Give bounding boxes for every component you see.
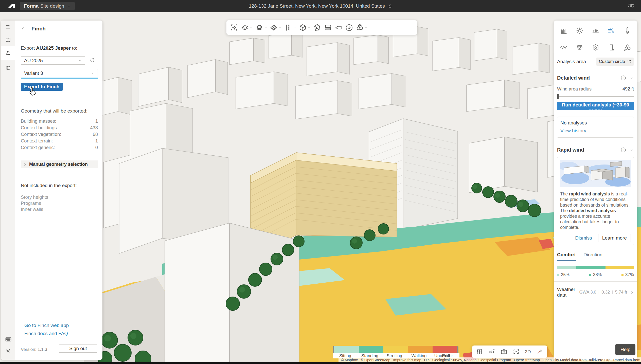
layout-grid-button[interactable] <box>476 348 483 355</box>
zone-tool-button[interactable] <box>269 23 283 33</box>
finch-docs-link[interactable]: Finch docs and FAQ <box>24 331 68 336</box>
attribution-osm[interactable]: © OpenStreetMap <box>361 358 390 362</box>
divider <box>554 281 637 282</box>
statistics-analysis-button[interactable] <box>557 24 570 37</box>
wind-analysis-button[interactable] <box>605 24 618 37</box>
back-button[interactable] <box>21 27 25 31</box>
daylight-icon <box>592 27 599 34</box>
weather-data-row[interactable]: Weather data GWA 3.0|0.32|5.74 ft <box>557 287 634 298</box>
unlock-icon <box>388 4 392 8</box>
geometry-heading: Geometry that will be exported: <box>21 108 87 114</box>
road-tool-button[interactable] <box>283 23 297 33</box>
slider-handle[interactable] <box>557 94 559 99</box>
magic-select-icon <box>230 24 238 32</box>
annotation-tool-icon <box>334 24 343 32</box>
water-icon <box>592 44 599 51</box>
solar-pv-analysis-button[interactable] <box>573 41 586 54</box>
statistics-icon <box>560 27 567 34</box>
noise-analysis-button[interactable] <box>557 41 570 54</box>
vegetation-tool-button[interactable] <box>254 23 269 33</box>
geometry-list: Building masses:1 Context buildings:438 … <box>21 118 98 151</box>
analysis-panel: Analysis area Custom circle Detailed win… <box>554 21 637 360</box>
sun-icon <box>576 27 583 34</box>
measure-tool-button[interactable] <box>323 23 333 33</box>
chevron-right-icon <box>630 290 634 294</box>
finch-panel: Finch Export AU2025 Jesper to: AU 2025 V… <box>1 21 102 360</box>
sun-analysis-button[interactable] <box>573 24 586 37</box>
finch-web-app-link[interactable]: Go to Finch web app <box>24 323 69 328</box>
library-icon[interactable] <box>5 37 11 43</box>
magic-select-tool-button[interactable] <box>229 23 240 33</box>
extensions-icon[interactable] <box>5 50 11 56</box>
focus-button[interactable] <box>513 348 520 355</box>
terrain-tool-button[interactable] <box>312 23 323 33</box>
comfort-segment <box>557 266 576 269</box>
run-detailed-analysis-button[interactable]: Run detailed analysis (~30-90 mins) <box>557 102 634 110</box>
variant-select[interactable]: Variant 3 <box>21 69 98 77</box>
custom-area-icon <box>627 60 631 64</box>
modeling-toolbar <box>226 20 417 35</box>
attribution-mapbox[interactable]: © Mapbox <box>341 358 358 362</box>
geometry-row: Context vegetation:68 <box>21 132 98 138</box>
refresh-icon[interactable] <box>90 58 95 63</box>
integrations-icon[interactable] <box>5 65 11 71</box>
left-icon-rail <box>1 21 15 360</box>
mode-2d-button[interactable]: 2D <box>525 349 531 355</box>
camera-icon <box>501 348 507 355</box>
thermal-comfort-analysis-button[interactable] <box>621 24 634 37</box>
building-tool-icon <box>241 24 249 32</box>
svg-text:?: ? <box>622 148 624 151</box>
view-history-link[interactable]: View history <box>560 128 631 134</box>
embodied-carbon-analysis-button[interactable] <box>605 41 618 54</box>
terrain-tool-icon <box>313 24 321 32</box>
chevron-down-icon <box>67 4 71 8</box>
manual-geometry-selection-expander[interactable]: Manual geometry selection <box>21 160 98 168</box>
annotation-tool-button[interactable] <box>333 23 344 33</box>
dismiss-button[interactable]: Dismiss <box>575 235 592 241</box>
tab-comfort[interactable]: Comfort <box>557 252 576 261</box>
daylight-analysis-button[interactable] <box>589 24 602 37</box>
menu-icon[interactable] <box>5 24 11 30</box>
attribution-usgs: U.S. Geological Survey, National Geospat… <box>424 358 511 362</box>
massing-analysis-button[interactable] <box>621 41 634 54</box>
legend-right-handle[interactable] <box>457 346 458 353</box>
hub-select[interactable]: AU 2025 <box>21 56 85 65</box>
help-button[interactable]: Help <box>615 344 635 355</box>
camera-button[interactable] <box>501 348 507 355</box>
geometry-row: Building masses:1 <box>21 118 98 125</box>
import-tool-button[interactable] <box>344 23 354 33</box>
export-to-finch-button[interactable]: Export to Finch <box>21 83 63 91</box>
comfort-scale-legend: Sitting Standing Strolling Walking Uncom… <box>333 346 459 358</box>
no-analyses-label: No analyses <box>560 120 631 126</box>
import-tool-icon <box>345 24 353 32</box>
water-analysis-button[interactable] <box>589 41 602 54</box>
wind-radius-slider[interactable] <box>557 94 634 99</box>
settings-icon[interactable] <box>5 348 11 354</box>
visibility-button[interactable] <box>488 348 495 355</box>
help-circle-icon[interactable]: ? <box>620 147 626 153</box>
learn-more-button[interactable]: Learn more <box>598 234 631 242</box>
chevron-down-icon <box>78 59 82 62</box>
sign-out-button[interactable]: Sign out <box>59 344 97 353</box>
compass-button[interactable] <box>536 348 543 355</box>
chevron-down-icon[interactable] <box>630 76 634 80</box>
embodied-carbon-icon <box>608 44 615 51</box>
building-tool-button[interactable] <box>240 23 254 33</box>
chevron-down-icon[interactable] <box>630 148 634 152</box>
comfort-distribution-legend: 25% 38% 37% <box>557 272 634 277</box>
analysis-area-button[interactable]: Custom circle <box>596 58 634 66</box>
keyboard-shortcuts-icon[interactable] <box>5 337 11 342</box>
legend-color-band <box>433 346 457 353</box>
collaborators-icon[interactable] <box>628 3 634 9</box>
rapid-wind-preview-image <box>560 160 631 187</box>
slider-track <box>557 96 634 97</box>
finch-blocks-tool-button[interactable] <box>354 23 369 33</box>
tab-direction[interactable]: Direction <box>583 252 602 261</box>
project-address[interactable]: 128-132 Jane Street, New York, New York … <box>249 3 392 9</box>
analyses-history-box: No analyses View history <box>557 117 634 138</box>
help-circle-icon[interactable]: ? <box>620 75 626 81</box>
app-switcher-button[interactable]: Forma Site design <box>20 2 75 10</box>
generic-3d-tool-button[interactable] <box>297 23 312 33</box>
attribution-improve-link[interactable]: Improve this map <box>393 358 421 362</box>
rapid-wind-title: Rapid wind <box>557 147 620 153</box>
